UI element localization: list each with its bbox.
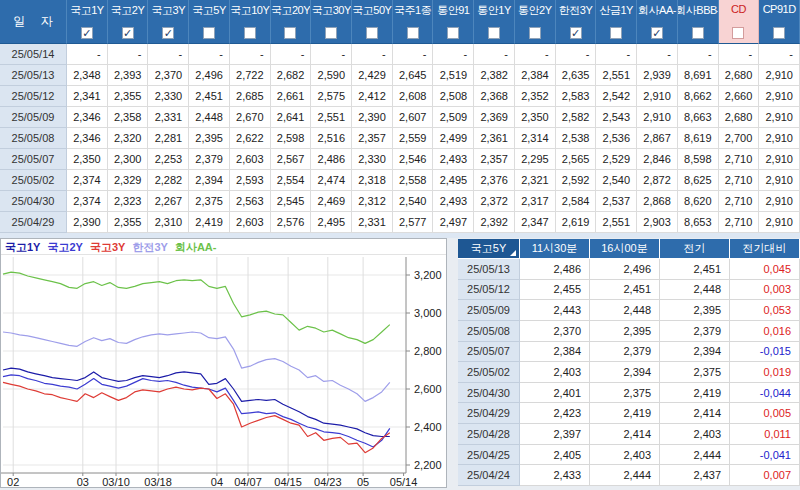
yield-cell[interactable]: 2,314 bbox=[515, 128, 556, 149]
yield-cell[interactable]: 2,310 bbox=[148, 212, 189, 233]
yield-cell[interactable]: 2,361 bbox=[474, 128, 515, 149]
detail-diff-cell[interactable]: 0,011 bbox=[730, 424, 800, 445]
detail-value-cell[interactable]: 2,423 bbox=[520, 403, 590, 424]
yield-cell[interactable]: 2,300 bbox=[108, 149, 149, 170]
series-line-국고2Y[interactable] bbox=[3, 375, 390, 447]
yield-cell[interactable]: 2,567 bbox=[271, 149, 312, 170]
yield-cell[interactable]: - bbox=[759, 44, 800, 65]
yield-cell[interactable]: 2,499 bbox=[433, 128, 474, 149]
detail-value-cell[interactable]: 2,444 bbox=[590, 465, 660, 486]
yield-cell[interactable]: 2,509 bbox=[433, 107, 474, 128]
yield-cell[interactable]: 8,663 bbox=[678, 107, 719, 128]
yield-cell[interactable]: 2,497 bbox=[433, 212, 474, 233]
unchecked-checkbox[interactable] bbox=[732, 27, 744, 39]
yield-cell[interactable]: - bbox=[352, 44, 393, 65]
detail-diff-cell[interactable]: 0,003 bbox=[730, 280, 800, 301]
yield-cell[interactable]: 2,680 bbox=[719, 107, 760, 128]
detail-value-cell[interactable]: 2,375 bbox=[590, 383, 660, 404]
series-line-국고1Y[interactable] bbox=[3, 368, 390, 436]
yield-cell[interactable]: - bbox=[230, 44, 271, 65]
detail-value-cell[interactable]: 2,395 bbox=[660, 300, 730, 321]
detail-date-cell[interactable]: 25/05/12 bbox=[458, 280, 520, 301]
yield-cell[interactable]: 2,474 bbox=[311, 170, 352, 191]
detail-value-cell[interactable]: 2,370 bbox=[520, 321, 590, 342]
yield-cell[interactable]: 2,330 bbox=[352, 149, 393, 170]
yield-cell[interactable]: - bbox=[189, 44, 230, 65]
yield-cell[interactable]: 2,540 bbox=[393, 191, 434, 212]
yield-cell[interactable]: 2,622 bbox=[230, 128, 271, 149]
yield-cell[interactable]: 2,281 bbox=[148, 128, 189, 149]
yield-cell[interactable]: 2,559 bbox=[393, 128, 434, 149]
unchecked-checkbox[interactable] bbox=[284, 27, 296, 39]
yield-cell[interactable]: 2,318 bbox=[352, 170, 393, 191]
detail-value-cell[interactable]: 2,433 bbox=[520, 465, 590, 486]
yield-cell[interactable]: 2,469 bbox=[311, 191, 352, 212]
yield-cell[interactable]: 2,565 bbox=[556, 149, 597, 170]
yield-cell[interactable]: 2,382 bbox=[474, 65, 515, 86]
yield-cell[interactable]: 2,320 bbox=[108, 128, 149, 149]
yield-cell[interactable]: 2,321 bbox=[515, 170, 556, 191]
detail-date-cell[interactable]: 25/04/29 bbox=[458, 403, 520, 424]
yield-cell[interactable]: 2,346 bbox=[67, 128, 108, 149]
detail-value-cell[interactable]: 2,414 bbox=[660, 403, 730, 424]
detail-value-cell[interactable]: 2,401 bbox=[520, 383, 590, 404]
yield-cell[interactable]: - bbox=[474, 44, 515, 65]
yield-cell[interactable]: 2,590 bbox=[311, 65, 352, 86]
yield-cell[interactable]: 2,368 bbox=[474, 86, 515, 107]
yield-cell[interactable]: 2,540 bbox=[596, 170, 637, 191]
detail-diff-cell[interactable]: 0,016 bbox=[730, 321, 800, 342]
legend-item-국고2Y[interactable]: 국고2Y bbox=[47, 240, 82, 255]
yield-cell[interactable]: 2,451 bbox=[189, 86, 230, 107]
yield-cell[interactable]: 2,603 bbox=[230, 149, 271, 170]
unchecked-checkbox[interactable] bbox=[488, 27, 500, 39]
yield-cell[interactable]: 2,350 bbox=[67, 149, 108, 170]
yield-cell[interactable]: - bbox=[433, 44, 474, 65]
yield-cell[interactable]: 2,393 bbox=[108, 65, 149, 86]
yield-cell[interactable]: 2,390 bbox=[352, 107, 393, 128]
yield-cell[interactable]: 2,710 bbox=[719, 149, 760, 170]
yield-cell[interactable]: 2,607 bbox=[393, 107, 434, 128]
yield-cell[interactable]: - bbox=[67, 44, 108, 65]
detail-value-cell[interactable]: 2,405 bbox=[520, 445, 590, 466]
yield-cell[interactable]: 2,419 bbox=[189, 212, 230, 233]
unchecked-checkbox[interactable] bbox=[610, 27, 622, 39]
unchecked-checkbox[interactable] bbox=[447, 27, 459, 39]
detail-diff-cell[interactable]: -0,015 bbox=[730, 342, 800, 363]
yield-cell[interactable]: 8,619 bbox=[678, 128, 719, 149]
yield-cell[interactable]: 8,620 bbox=[678, 191, 719, 212]
yield-cell[interactable]: 2,375 bbox=[189, 191, 230, 212]
yield-cell[interactable]: 2,868 bbox=[637, 191, 678, 212]
yield-cell[interactable]: 2,355 bbox=[108, 86, 149, 107]
detail-diff-cell[interactable]: 0,045 bbox=[730, 259, 800, 280]
detail-value-cell[interactable]: 2,419 bbox=[590, 403, 660, 424]
yield-cell[interactable]: 8,662 bbox=[678, 86, 719, 107]
yield-cell[interactable]: 2,910 bbox=[637, 86, 678, 107]
yield-cell[interactable]: 2,551 bbox=[311, 107, 352, 128]
legend-item-회사AA-[interactable]: 회사AA- bbox=[175, 240, 217, 255]
detail-diff-cell[interactable]: 0,005 bbox=[730, 403, 800, 424]
yield-cell[interactable]: 2,412 bbox=[352, 86, 393, 107]
detail-date-cell[interactable]: 25/05/08 bbox=[458, 321, 520, 342]
yield-cell[interactable]: 2,538 bbox=[556, 128, 597, 149]
detail-value-cell[interactable]: 2,451 bbox=[590, 280, 660, 301]
yield-cell[interactable]: 2,546 bbox=[393, 149, 434, 170]
yield-cell[interactable]: 2,323 bbox=[108, 191, 149, 212]
checked-checkbox[interactable]: ✓ bbox=[162, 27, 174, 39]
detail-value-cell[interactable]: 2,375 bbox=[660, 362, 730, 383]
legend-item-국고1Y[interactable]: 국고1Y bbox=[5, 240, 40, 255]
yield-cell[interactable]: 2,355 bbox=[108, 212, 149, 233]
yield-cell[interactable]: 8,691 bbox=[678, 65, 719, 86]
yield-cell[interactable]: 2,358 bbox=[108, 107, 149, 128]
detail-value-cell[interactable]: 2,379 bbox=[660, 321, 730, 342]
detail-date-cell[interactable]: 25/05/13 bbox=[458, 259, 520, 280]
yield-cell[interactable]: 2,347 bbox=[515, 212, 556, 233]
yield-cell[interactable]: 2,508 bbox=[433, 86, 474, 107]
date-cell[interactable]: 25/05/08 bbox=[0, 128, 67, 149]
yield-cell[interactable]: 2,493 bbox=[433, 149, 474, 170]
yield-cell[interactable]: 2,394 bbox=[189, 170, 230, 191]
yield-cell[interactable]: 2,645 bbox=[393, 65, 434, 86]
detail-diff-cell[interactable]: 0,007 bbox=[730, 465, 800, 486]
yield-cell[interactable]: 2,576 bbox=[271, 212, 312, 233]
yield-cell[interactable]: 2,341 bbox=[67, 86, 108, 107]
detail-value-cell[interactable]: 2,455 bbox=[520, 280, 590, 301]
